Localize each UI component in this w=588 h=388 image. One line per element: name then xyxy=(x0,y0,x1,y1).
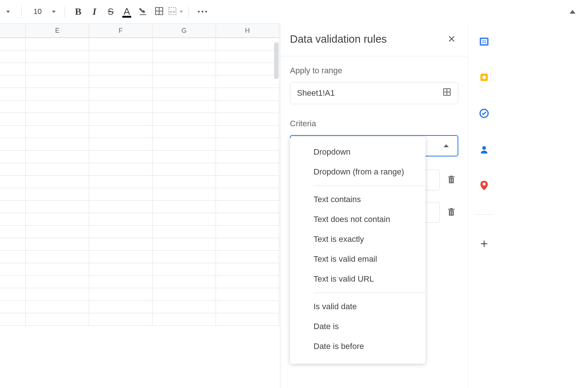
rail-maps-button[interactable] xyxy=(477,178,491,193)
italic-icon: I xyxy=(92,6,96,17)
column-header-blank[interactable] xyxy=(0,24,26,38)
close-icon: ✕ xyxy=(448,33,456,45)
contacts-icon xyxy=(479,145,489,154)
caret-down-icon xyxy=(52,11,56,13)
close-panel-button[interactable]: ✕ xyxy=(445,32,458,46)
side-rail: 31 ＋ xyxy=(468,24,500,388)
text-color-bar xyxy=(122,16,131,18)
grid-rows xyxy=(0,38,280,326)
apply-to-range-label: Apply to range xyxy=(290,66,458,75)
merge-cells-button[interactable] xyxy=(167,4,183,20)
main-area: E F G H xyxy=(0,24,588,388)
maps-icon xyxy=(479,180,489,191)
format-toolbar: 10 B I S A xyxy=(0,0,588,24)
criteria-option[interactable]: Text is exactly xyxy=(290,229,426,249)
italic-button[interactable]: I xyxy=(86,4,102,20)
caret-up-icon xyxy=(444,144,449,147)
delete-option-button[interactable] xyxy=(447,174,456,186)
strikethrough-icon: S xyxy=(108,7,113,17)
chevron-up-icon xyxy=(570,10,575,14)
delete-option-button[interactable] xyxy=(447,207,456,218)
criteria-option[interactable]: Text is valid email xyxy=(290,249,426,269)
fill-color-button[interactable] xyxy=(135,4,151,20)
calendar-icon: 31 xyxy=(479,36,490,47)
toolbar-leading-dropdown[interactable] xyxy=(0,4,16,20)
borders-button[interactable] xyxy=(151,4,167,20)
bold-button[interactable]: B xyxy=(70,4,86,20)
text-color-button[interactable]: A xyxy=(119,4,135,20)
criteria-dropdown-menu: Dropdown Dropdown (from a range) Text co… xyxy=(290,137,426,364)
rail-add-button[interactable]: ＋ xyxy=(477,236,491,251)
rail-tasks-button[interactable] xyxy=(477,106,491,121)
range-value: Sheet1!A1 xyxy=(297,88,335,98)
font-size-value: 10 xyxy=(34,7,42,16)
criteria-label: Criteria xyxy=(290,119,458,128)
caret-down-icon xyxy=(179,11,183,13)
keep-icon xyxy=(479,72,489,82)
spreadsheet-grid[interactable]: E F G H xyxy=(0,24,280,388)
borders-icon xyxy=(154,6,164,17)
criteria-option[interactable]: Is valid date xyxy=(290,297,426,317)
bold-icon: B xyxy=(75,6,81,17)
criteria-option[interactable]: Text does not contain xyxy=(290,209,426,229)
criteria-option[interactable]: Text is valid URL xyxy=(290,269,426,289)
rail-keep-button[interactable] xyxy=(477,70,491,85)
menu-divider xyxy=(314,186,426,186)
column-header[interactable]: E xyxy=(26,24,89,38)
svg-point-4 xyxy=(482,75,486,79)
column-header[interactable]: F xyxy=(89,24,153,38)
select-range-icon[interactable] xyxy=(442,88,451,99)
more-horizontal-icon xyxy=(198,11,207,13)
panel-title: Data validation rules xyxy=(290,33,387,45)
menu-divider xyxy=(314,293,426,293)
criteria-option[interactable]: Dropdown (from a range) xyxy=(290,162,426,182)
rail-calendar-button[interactable]: 31 xyxy=(477,34,491,49)
toolbar-separator xyxy=(21,6,22,17)
svg-point-7 xyxy=(483,183,486,186)
font-size-selector[interactable]: 10 xyxy=(27,5,59,18)
criteria-option[interactable]: Dropdown xyxy=(290,142,426,162)
column-header[interactable]: G xyxy=(153,24,216,38)
svg-point-6 xyxy=(482,146,486,150)
rail-contacts-button[interactable] xyxy=(477,142,491,157)
more-toolbar-button[interactable] xyxy=(194,4,210,20)
vertical-scrollbar[interactable] xyxy=(274,42,279,175)
apply-to-range-input[interactable]: Sheet1!A1 xyxy=(290,82,458,104)
toolbar-separator xyxy=(189,6,189,17)
rail-divider xyxy=(476,214,492,215)
column-header[interactable]: H xyxy=(216,24,279,38)
collapse-toolbar-button[interactable] xyxy=(564,4,581,20)
criteria-option[interactable]: Date is before xyxy=(290,336,426,356)
caret-down-icon xyxy=(6,11,10,13)
scrollbar-thumb[interactable] xyxy=(274,42,279,79)
merge-cells-icon xyxy=(168,6,177,17)
criteria-option[interactable]: Date is xyxy=(290,317,426,336)
toolbar-separator xyxy=(64,6,65,17)
strikethrough-button[interactable]: S xyxy=(102,4,119,20)
tasks-icon xyxy=(479,108,489,119)
criteria-option[interactable]: Text contains xyxy=(290,190,426,209)
data-validation-panel: Data validation rules ✕ Apply to range S… xyxy=(280,24,468,388)
svg-text:31: 31 xyxy=(482,39,486,44)
fill-color-icon xyxy=(138,6,148,17)
column-headers: E F G H xyxy=(0,24,280,38)
plus-icon: ＋ xyxy=(478,235,490,252)
